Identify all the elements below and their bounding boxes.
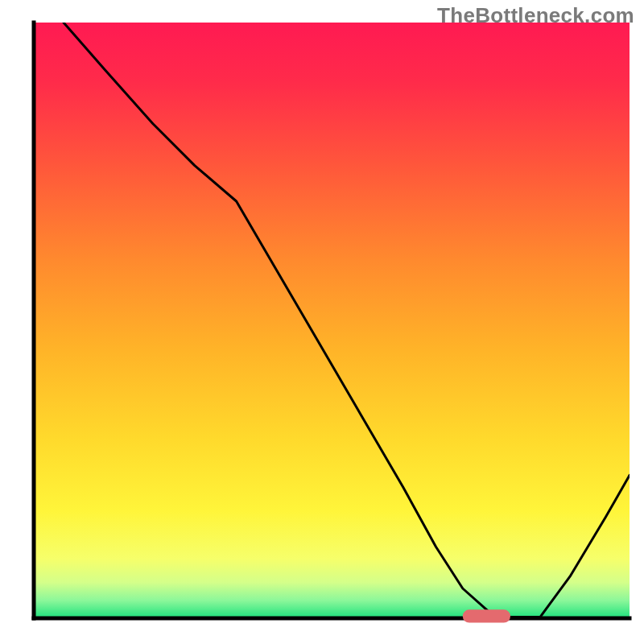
plot-gradient-bg [34, 23, 630, 618]
chart-container: TheBottleneck.com [0, 0, 644, 644]
watermark-text: TheBottleneck.com [437, 3, 634, 28]
chart-svg [0, 0, 644, 644]
optimal-marker [463, 609, 510, 622]
